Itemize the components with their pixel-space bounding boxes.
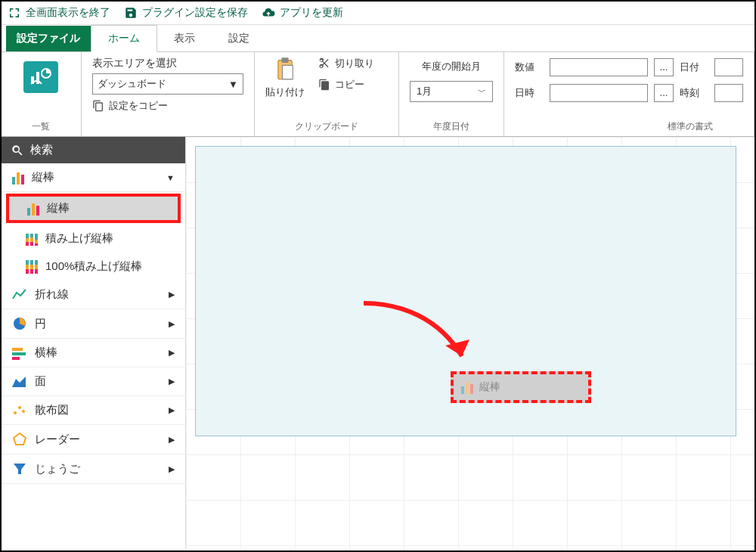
chevron-right-icon: ▶ bbox=[169, 319, 175, 329]
save-icon bbox=[124, 6, 138, 20]
ribbon-group-format: 数値 ... 日付 日時 ... 時刻 標準の書式 bbox=[504, 52, 754, 136]
cloud-up-icon bbox=[262, 6, 275, 20]
cat-line-label: 折れ線 bbox=[35, 287, 69, 302]
tab-strip: 設定ファイル ホーム 表示 設定 bbox=[2, 25, 754, 52]
chevron-down-icon: ﹀ bbox=[478, 86, 486, 98]
design-canvas[interactable]: 縦棒 bbox=[186, 137, 754, 548]
tab-home[interactable]: ホーム bbox=[91, 25, 157, 52]
svg-marker-15 bbox=[14, 464, 26, 474]
cat-radar-label: レーダー bbox=[35, 433, 80, 447]
cut-label: 切り取り bbox=[335, 57, 374, 70]
cat-funnel-label: じょうご bbox=[35, 462, 80, 476]
datetime-label: 日時 bbox=[515, 86, 544, 100]
cat-pie-label: 円 bbox=[35, 317, 46, 331]
chevron-right-icon: ▶ bbox=[169, 464, 175, 474]
tab-file[interactable]: 設定ファイル bbox=[6, 26, 91, 51]
datetime-input[interactable] bbox=[550, 84, 648, 102]
cat-column-label: 縦棒 bbox=[32, 170, 54, 185]
scissors-icon bbox=[318, 57, 330, 70]
numeric-input[interactable] bbox=[550, 58, 648, 76]
sub-column-label: 縦棒 bbox=[47, 201, 70, 216]
sub-100stacked-label: 100%積み上げ縦棒 bbox=[45, 259, 142, 274]
chevron-right-icon: ▶ bbox=[169, 435, 175, 445]
fiscal-title: 年度の開始月 bbox=[422, 60, 481, 73]
svg-marker-14 bbox=[14, 433, 26, 445]
search-bar[interactable]: 検索 bbox=[2, 137, 185, 163]
sub-stacked-column[interactable]: 積み上げ縦棒 bbox=[2, 225, 185, 253]
cat-area-label: 面 bbox=[35, 374, 46, 389]
chart-sidebar: 検索 縦棒 ▼ 縦棒 積み上げ縦棒 100%積み上げ縦棒 折れ線 ▶ bbox=[2, 137, 186, 548]
chevron-right-icon: ▶ bbox=[169, 348, 175, 358]
area-combo-value: ダッシュボード bbox=[98, 77, 166, 91]
pie-icon bbox=[12, 316, 27, 331]
time-label: 時刻 bbox=[680, 86, 708, 100]
svg-point-11 bbox=[14, 411, 17, 414]
save-plugin-label: プラグイン設定を保存 bbox=[142, 6, 248, 20]
copy-settings-label: 設定をコピー bbox=[109, 99, 168, 113]
update-app-button[interactable]: アプリを更新 bbox=[262, 6, 343, 20]
date-input[interactable] bbox=[714, 58, 743, 76]
cat-radar[interactable]: レーダー ▶ bbox=[2, 425, 185, 454]
search-label: 検索 bbox=[30, 143, 53, 157]
area-title: 表示エリアを選択 bbox=[92, 57, 243, 70]
cat-scatter[interactable]: 散布図 ▶ bbox=[2, 396, 185, 425]
tab-settings[interactable]: 設定 bbox=[212, 26, 266, 51]
clipboard-group-label: クリップボード bbox=[265, 119, 388, 133]
copy-button[interactable]: コピー bbox=[318, 78, 374, 91]
exit-fullscreen-label: 全画面表示を終了 bbox=[26, 6, 110, 20]
svg-point-12 bbox=[18, 406, 21, 409]
copy-label: コピー bbox=[335, 78, 364, 91]
search-icon bbox=[11, 144, 24, 157]
copy-icon bbox=[318, 79, 330, 91]
fiscal-combo[interactable]: 1月 ﹀ bbox=[410, 81, 493, 102]
copy-icon bbox=[92, 100, 104, 112]
sub-column[interactable]: 縦棒 bbox=[6, 194, 181, 223]
cut-button[interactable]: 切り取り bbox=[318, 57, 374, 70]
main-area: 検索 縦棒 ▼ 縦棒 積み上げ縦棒 100%積み上げ縦棒 折れ線 ▶ bbox=[2, 137, 754, 548]
cat-line[interactable]: 折れ線 ▶ bbox=[2, 281, 185, 309]
numeric-more-button[interactable]: ... bbox=[654, 58, 674, 76]
datetime-more-button[interactable]: ... bbox=[654, 84, 674, 102]
fiscal-group-label: 年度日付 bbox=[433, 119, 469, 133]
column-icon bbox=[461, 380, 473, 394]
date-label: 日付 bbox=[680, 60, 708, 74]
chevron-right-icon: ▶ bbox=[169, 377, 175, 386]
chevron-right-icon: ▶ bbox=[169, 290, 175, 299]
update-app-label: アプリを更新 bbox=[280, 6, 343, 20]
fiscal-combo-value: 1月 bbox=[417, 85, 432, 98]
bar-icon bbox=[12, 346, 27, 360]
cat-bar[interactable]: 横棒 ▶ bbox=[2, 339, 185, 367]
paste-button[interactable]: 貼り付け bbox=[265, 57, 305, 99]
cat-column[interactable]: 縦棒 ▼ bbox=[2, 163, 185, 192]
chevron-down-icon: ▼ bbox=[228, 79, 238, 90]
save-plugin-button[interactable]: プラグイン設定を保存 bbox=[124, 6, 248, 20]
svg-rect-5 bbox=[282, 65, 293, 79]
radar-icon bbox=[12, 432, 27, 447]
column-icon bbox=[27, 202, 39, 216]
list-big-icon[interactable] bbox=[23, 61, 58, 93]
area-icon bbox=[12, 375, 27, 389]
copy-settings-button[interactable]: 設定をコピー bbox=[92, 99, 243, 113]
collapse-icon bbox=[8, 6, 21, 20]
exit-fullscreen-button[interactable]: 全画面表示を終了 bbox=[8, 6, 110, 20]
cat-funnel[interactable]: じょうご ▶ bbox=[2, 454, 185, 484]
svg-rect-8 bbox=[12, 352, 26, 355]
chevron-down-icon: ▼ bbox=[166, 173, 175, 182]
time-input[interactable] bbox=[714, 84, 743, 102]
chevron-right-icon: ▶ bbox=[169, 405, 175, 415]
stacked-column-icon bbox=[26, 232, 38, 246]
cat-area[interactable]: 面 ▶ bbox=[2, 367, 185, 396]
format-group-label: 標準の書式 bbox=[515, 119, 743, 133]
cat-bar-label: 横棒 bbox=[35, 346, 57, 360]
clipboard-icon bbox=[274, 57, 296, 81]
sub-100stacked-column[interactable]: 100%積み上げ縦棒 bbox=[2, 253, 185, 281]
cat-pie[interactable]: 円 ▶ bbox=[2, 309, 185, 339]
area-combo[interactable]: ダッシュボード ▼ bbox=[92, 73, 243, 95]
tab-view[interactable]: 表示 bbox=[157, 26, 212, 51]
funnel-icon bbox=[12, 461, 27, 476]
numeric-label: 数値 bbox=[515, 60, 544, 74]
cat-scatter-label: 散布図 bbox=[35, 403, 69, 417]
drag-ghost: 縦棒 bbox=[451, 371, 591, 403]
line-icon bbox=[12, 288, 27, 302]
ribbon-group-list: 一覧 bbox=[2, 52, 82, 136]
